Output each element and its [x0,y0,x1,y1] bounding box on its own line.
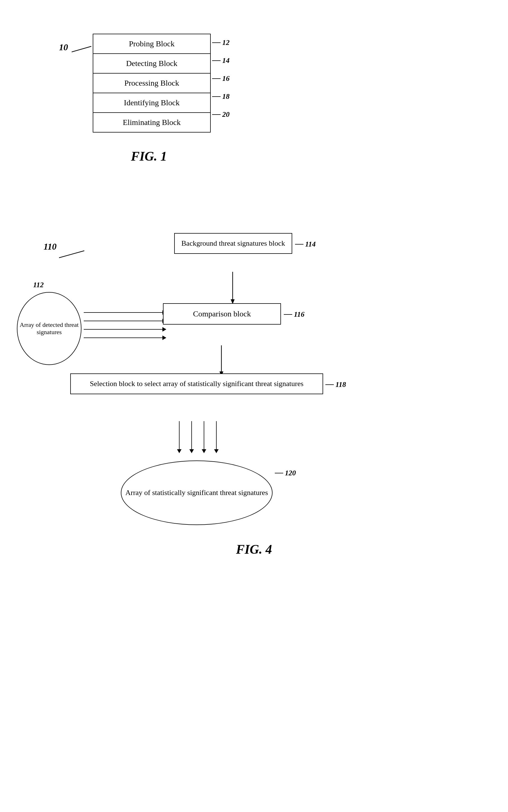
svg-line-0 [72,46,91,52]
bg-threat-block: Background threat signatures block [174,233,292,254]
ref-112-line: 112 [33,281,44,289]
ref-116-line: 116 [284,310,305,319]
comparison-block: Comparison block [163,303,281,325]
ref-110-label: 110 [44,241,56,252]
arrow-comparison-to-selection [219,345,224,378]
arrow-bg-to-comparison [230,272,236,305]
arrow-right-2 [84,319,166,323]
ref-12-line: 12 [212,34,229,52]
svg-line-1 [59,251,84,258]
probing-block: Probing Block [93,34,210,54]
arrows-oval-to-comparison [84,310,166,340]
fig1-blocks-container: Probing Block Detecting Block Processing… [93,34,211,133]
sig-oval: Array of statistically significant threa… [121,461,272,525]
fig4-caption: FIG. 4 [0,542,508,557]
arrow-down-1 [177,421,181,453]
detecting-block: Detecting Block [93,54,210,74]
ref-16-line: 16 [212,69,229,88]
ref-20-line: 20 [212,106,229,124]
identifying-block: Identifying Block [93,93,210,113]
processing-block: Processing Block [93,74,210,93]
ref-14-line: 14 [212,52,229,69]
arrow-right-3 [84,327,166,332]
arrow-down-4 [214,421,219,453]
eliminating-block: Eliminating Block [93,113,210,132]
arrow-down-3 [202,421,206,453]
ref-10-label: 10 [59,42,68,52]
fig1-caption: FIG. 1 [56,149,242,164]
ref-114-line: 114 [295,240,316,248]
fig1-refs: 12 14 16 18 20 [212,34,229,124]
ref-18-line: 18 [212,88,229,106]
ref-120-line: 120 [275,469,296,477]
arrow-down-2 [189,421,194,453]
ref-110-arrow [59,249,87,260]
arrow-right-1 [84,310,166,315]
arrow-right-4 [84,336,166,340]
detected-oval: Array of detected threat signatures [17,292,82,365]
ref-118-line: 118 [325,380,346,389]
arrows-down-multi [177,421,219,453]
selection-block: Selection block to select array of stati… [70,373,323,394]
ref-10-arrow [72,44,94,55]
